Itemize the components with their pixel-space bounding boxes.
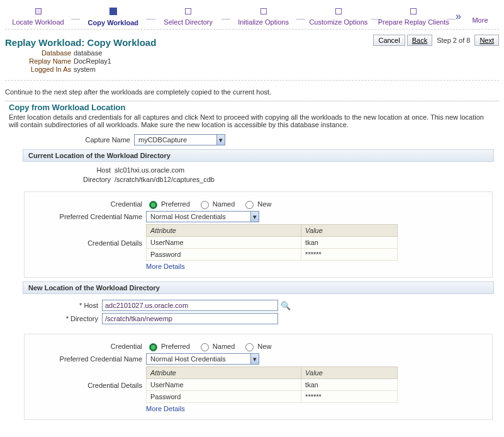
cancel-button[interactable]: Cancel: [373, 35, 405, 46]
step-locate-workload[interactable]: Locate Workload: [5, 8, 71, 26]
step-customize-options[interactable]: Customize Options: [305, 8, 371, 26]
page-meta: Database database Replay Name DocReplay1…: [8, 49, 156, 73]
pref-cred-select-2[interactable]: Normal Host Credentials ▾: [146, 353, 259, 365]
capture-name-label: Capture Name: [5, 136, 134, 144]
step-indicator: Step 2 of 8: [434, 37, 473, 44]
step-more[interactable]: More: [461, 10, 499, 24]
step-box-icon: [35, 8, 42, 14]
table-row: Password******: [147, 391, 398, 403]
pref-cred-select-1[interactable]: Normal Host Credentials ▾: [146, 211, 259, 222]
more-details-link-1[interactable]: More Details: [146, 263, 398, 270]
step-box-icon: [410, 8, 417, 14]
step-box-icon: [335, 8, 342, 14]
current-host-value: slc01hxi.us.oracle.com: [115, 166, 184, 174]
instruction-text: Continue to the next step after the work…: [5, 88, 499, 96]
radio-preferred-2[interactable]: Preferred: [146, 341, 190, 351]
radio-new-2[interactable]: New: [242, 341, 271, 351]
step-box-icon: [185, 8, 191, 14]
arrow-more-icon: »: [456, 11, 461, 22]
wizard-steps: Locate Workload Copy Workload Select Dir…: [5, 3, 499, 30]
panel-new-location: New Location of the Workload Directory: [23, 281, 494, 294]
cred-details-table-2: AttributeValue UserNametkan Password****…: [146, 366, 398, 403]
table-row: UserNametkan: [147, 237, 398, 249]
table-row: UserNametkan: [147, 379, 398, 391]
credential-radio-set-1: Preferred Named New: [146, 199, 271, 209]
chevron-down-icon: ▾: [250, 212, 259, 222]
action-bar: Cancel Back Step 2 of 8 Next: [373, 35, 499, 46]
panel-current-location: Current Location of the Workload Directo…: [23, 149, 494, 162]
step-box-icon: [109, 8, 117, 15]
radio-named-2[interactable]: Named: [198, 341, 235, 351]
step-box-icon: [260, 8, 267, 14]
current-dir-value: /scratch/tkan/db12/captures_cdb: [115, 176, 215, 183]
cred-details-table-1: AttributeValue UserNametkan Password****…: [146, 224, 398, 261]
radio-new-1[interactable]: New: [242, 199, 271, 209]
new-host-input[interactable]: [102, 300, 278, 311]
radio-named-1[interactable]: Named: [198, 199, 235, 209]
chevron-down-icon: ▾: [250, 354, 259, 364]
new-dir-input[interactable]: [102, 313, 278, 324]
page-title: Replay Workload: Copy Workload: [5, 37, 156, 48]
credential-radio-set-2: Preferred Named New: [146, 341, 271, 351]
next-button[interactable]: Next: [474, 35, 499, 46]
step-select-directory[interactable]: Select Directory: [155, 8, 221, 26]
step-prepare-replay-clients[interactable]: Prepare Replay Clients: [381, 8, 447, 26]
step-copy-workload[interactable]: Copy Workload: [80, 8, 146, 26]
more-details-link-2[interactable]: More Details: [146, 405, 398, 412]
chevron-down-icon: ▾: [216, 135, 225, 145]
back-button[interactable]: Back: [407, 35, 432, 46]
section-copy-desc: Enter location details and credentials f…: [5, 113, 499, 132]
radio-preferred-1[interactable]: Preferred: [146, 199, 190, 209]
table-row: Password******: [147, 249, 398, 261]
search-icon[interactable]: 🔍: [281, 301, 291, 310]
capture-name-select[interactable]: myCDBCapture ▾: [134, 134, 225, 145]
step-initialize-options[interactable]: Initialize Options: [230, 8, 296, 26]
section-copy-from: Copy from Workload Location: [5, 101, 499, 112]
